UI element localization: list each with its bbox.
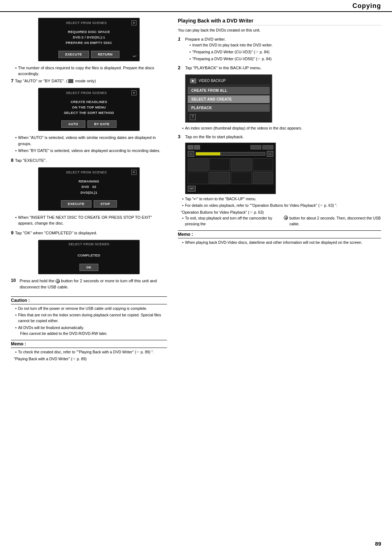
caution-item2: Files that are not on the index screen d… <box>15 312 167 324</box>
step8-line: 8 Tap "EXECUTE". <box>11 157 167 166</box>
screen4: SELECT FROM SCENES COMPLETED OK <box>38 240 140 274</box>
screen2-line3: SELECT THE SORT METHOD <box>43 110 135 115</box>
screen2-title-bar: SELECT FROM SCENES ✕ <box>41 90 136 95</box>
bullet-after-menu: An index screen (thumbnail display) of t… <box>182 126 381 131</box>
playback-top-right <box>201 145 273 149</box>
menu-box: ▶ VIDEO BACKUP CREATE FROM ALL SELECT AN… <box>185 74 272 123</box>
screen4-title-bar: SELECT FROM SCENES <box>41 242 136 246</box>
screen1-return-btn[interactable]: RETURN <box>91 51 120 58</box>
right-step2: 2 Tap "PLAYBACK" in the BACK-UP menu. <box>178 65 381 71</box>
bullet1: The number of discs required to copy the… <box>15 65 167 77</box>
right-step3-text: Tap on the file to start playback. <box>185 135 244 139</box>
right-step1: 1 Prepare a DVD writer. Insert the DVD t… <box>178 36 381 63</box>
person-icon2 <box>194 145 200 149</box>
prev-btn[interactable]: ‹ <box>188 151 194 157</box>
screen1-execute-btn[interactable]: EXECUTE <box>58 51 89 58</box>
right-step3: 3 Tap on the file to start playback. <box>178 134 381 140</box>
screen3-execute-btn[interactable]: EXECUTE <box>61 200 91 208</box>
screen1-line2: DVD:2 / DVD(DL):1 <box>43 34 135 40</box>
screen3-line3: DVD(DL)1 <box>43 190 135 195</box>
screen2-auto-btn[interactable]: AUTO <box>61 120 85 128</box>
caution-item3: All DVDs will be finalized automatically… <box>15 325 167 337</box>
page-number: 89 <box>375 541 381 547</box>
step9-number: 9 <box>11 230 13 235</box>
caution-item1: Do not turn off the power or remove the … <box>15 306 167 312</box>
screen4-btn-row: OK <box>41 264 136 271</box>
screen2-line1: CREATE HEADLINES <box>43 99 135 104</box>
main-content: SELECT FROM SCENES ✕ REQUIRED DISC SPACE… <box>0 12 392 368</box>
step10-number: 10 <box>11 278 18 283</box>
screen4-line1: COMPLETED <box>43 253 135 258</box>
thumb7[interactable] <box>231 172 252 184</box>
step7-number: 7 <box>11 78 13 83</box>
thumb3[interactable] <box>231 158 252 171</box>
screen3-btn-row: EXECUTE STOP <box>41 200 136 208</box>
step8-section: 8 Tap "EXECUTE". SELECT FROM SCENES ✕ RE… <box>11 157 167 226</box>
screen2-bydate-btn[interactable]: BY DATE <box>87 120 117 128</box>
after-screen-b1: Tap "↩" to return to the "BACK-UP" menu. <box>182 196 381 202</box>
memo-right-header: Memo : <box>178 230 381 238</box>
screen2-title: SELECT FROM SCENES <box>41 91 131 95</box>
bullet2b: When "BY DATE" is selected, videos are d… <box>15 148 167 154</box>
right-step2-text: Tap "PLAYBACK" in the BACK-UP menu. <box>185 66 261 70</box>
screen1-line3: PREPARE AN EMPTY DISC <box>43 40 135 45</box>
memo-right-item1: When playing back DVD-Video discs, date/… <box>182 240 381 246</box>
screen4-body: COMPLETED <box>41 247 136 261</box>
top-info2 <box>262 145 273 149</box>
menu-item-select-create[interactable]: SELECT AND CREATE <box>188 95 270 103</box>
screen4-title: SELECT FROM SCENES <box>41 242 136 246</box>
left-column: SELECT FROM SCENES ✕ REQUIRED DISC SPACE… <box>11 18 167 362</box>
screen3-close-btn[interactable]: ✕ <box>131 170 136 175</box>
screen1-close-btn[interactable]: ✕ <box>131 20 136 25</box>
next-btn[interactable]: › <box>267 151 273 157</box>
after-screen-b3: To exit, stop playback and turn off the … <box>182 216 381 227</box>
playback-nav-row: ‹ › <box>187 150 274 157</box>
step9-text: Tap "OK" when "COMPLETED" is displayed. <box>15 230 97 236</box>
thumb1[interactable] <box>188 158 209 171</box>
screen3: SELECT FROM SCENES ✕ REMAINING DVD 02 DV… <box>38 167 140 211</box>
memo-left-label: Memo : <box>11 341 26 346</box>
memo-left-item1: To check the created disc, refer to ""Pl… <box>15 349 167 355</box>
right-step1-b3: "Preparing a DVD Writer (CU-VD50)" (☞ p.… <box>189 56 273 62</box>
caution-header: Caution : <box>11 296 167 304</box>
video-icon: ▶ <box>190 78 196 83</box>
screen3-title: SELECT FROM SCENES <box>41 171 131 174</box>
step9-section: 9 Tap "OK" when "COMPLETED" is displayed… <box>11 230 167 274</box>
right-step3-num: 3 <box>178 134 184 139</box>
thumb8[interactable] <box>253 172 274 184</box>
top-info1 <box>250 145 261 149</box>
screen3-stop-btn[interactable]: STOP <box>94 200 117 208</box>
screen1-btn-row: EXECUTE RETURN <box>41 51 136 58</box>
help-btn[interactable]: ? <box>190 114 196 120</box>
screen4-ok-btn[interactable]: OK <box>79 264 99 271</box>
menu-item-playback[interactable]: PLAYBACK <box>188 104 270 112</box>
menu-item-create-all[interactable]: CREATE FROM ALL <box>188 87 270 94</box>
right-intro: You can play back the DVDs created on th… <box>178 28 381 33</box>
step10-line: 10 Press and hold the ⏻ button for 2 sec… <box>11 278 167 293</box>
right-step1-text: Prepare a DVD writer. <box>185 37 226 41</box>
screen2-close-btn[interactable]: ✕ <box>131 90 136 95</box>
thumb5[interactable] <box>188 172 209 184</box>
thumb-grid <box>187 157 274 185</box>
memo-right-label: Memo : <box>178 232 193 237</box>
screen1-back-arrow: ↩ <box>133 54 136 59</box>
caution-label: Caution : <box>11 298 30 303</box>
menu-header-title: VIDEO BACKUP <box>199 79 226 83</box>
screen3-line2: DVD 02 <box>43 184 135 189</box>
right-column: Playing Back with a DVD Writer You can p… <box>174 18 381 362</box>
thumb2[interactable] <box>209 158 230 171</box>
screen1-title-bar: SELECT FROM SCENES ✕ <box>41 20 136 25</box>
step10-text: Press and hold the ⏻ button for 2 second… <box>20 278 167 291</box>
page-header: Copying <box>0 0 392 12</box>
right-step2-content: Tap "PLAYBACK" in the BACK-UP menu. <box>185 65 261 71</box>
screen1-title: SELECT FROM SCENES <box>41 21 131 25</box>
bullet2a: When "AUTO" is selected, videos with sim… <box>15 135 167 147</box>
playback-back-btn[interactable]: ↩ <box>188 186 196 192</box>
thumb4[interactable] <box>253 158 274 171</box>
thumb6[interactable] <box>209 172 230 184</box>
person-icons <box>188 145 200 149</box>
right-step1-b2: "Preparing a DVD Writer (CU-VD3)" (☞ p. … <box>189 49 273 55</box>
progress-fill <box>196 152 220 155</box>
step10-section: 10 Press and hold the ⏻ button for 2 sec… <box>11 278 167 293</box>
right-step3-content: Tap on the file to start playback. <box>185 134 244 140</box>
